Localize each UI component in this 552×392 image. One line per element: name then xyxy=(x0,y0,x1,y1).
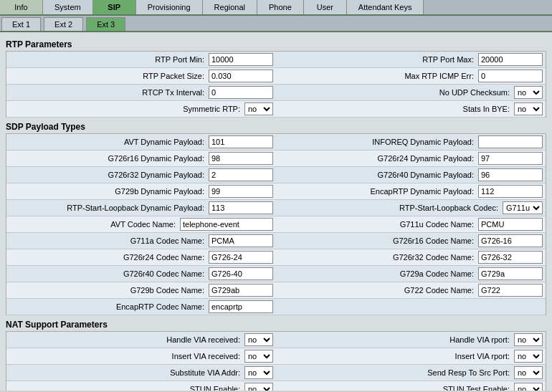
cell-sdp-r1-c1: G726r24 Dynamic Payload: xyxy=(276,150,546,167)
select-rtp-r2-c1[interactable]: noyes xyxy=(514,86,543,99)
input-rtp-r0-c1[interactable] xyxy=(478,53,543,66)
section-title-sdp: SDP Payload Types xyxy=(6,122,546,132)
top-nav-tab-info[interactable]: Info xyxy=(0,0,43,14)
top-nav-tab-user[interactable]: User xyxy=(304,0,347,14)
cell-label: Send Resp To Src Port: xyxy=(279,368,514,377)
cell-sdp-r9-c1: G722 Codec Name: xyxy=(276,282,546,299)
input-sdp-r1-c1[interactable] xyxy=(478,152,543,165)
cell-sdp-r5-c0: AVT Codec Name: xyxy=(6,216,276,233)
cell-nat-r3-c0: STUN Enable:noyes xyxy=(6,381,276,391)
select-sdp-r4-c1[interactable]: G711uG711aG726G729 xyxy=(503,201,543,214)
cell-label: G711a Codec Name: xyxy=(9,236,209,245)
select-nat-r2-c0[interactable]: noyes xyxy=(244,366,273,379)
cell-label: G726r16 Codec Name: xyxy=(279,236,478,245)
main-content: RTP ParametersRTP Port Min:RTP Port Max:… xyxy=(0,32,552,391)
cell-label: Substitute VIA Addr: xyxy=(9,368,244,377)
cell-sdp-r9-c0: G729b Codec Name: xyxy=(6,282,276,299)
cell-label: RTP Port Max: xyxy=(279,55,478,64)
cell-sdp-r7-c0: G726r24 Codec Name: xyxy=(6,249,276,266)
input-sdp-r0-c1[interactable] xyxy=(478,135,543,148)
input-sdp-r2-c1[interactable] xyxy=(478,168,543,181)
ext-nav-tab-ext-1[interactable]: Ext 1 xyxy=(1,17,41,31)
cell-label: RTP Port Min: xyxy=(9,55,209,64)
input-sdp-r4-c0[interactable] xyxy=(209,201,273,214)
cell-label: Handle VIA received: xyxy=(9,335,244,344)
cell-sdp-r3-c1: EncapRTP Dynamic Payload: xyxy=(276,183,546,200)
cell-nat-r1-c0: Insert VIA received:noyes xyxy=(6,348,276,365)
input-sdp-r0-c0[interactable] xyxy=(209,135,273,148)
select-nat-r0-c1[interactable]: noyes xyxy=(514,333,543,346)
input-rtp-r1-c0[interactable] xyxy=(209,70,273,82)
input-sdp-r6-c0[interactable] xyxy=(209,234,273,247)
cell-label: G726r32 Dynamic Payload: xyxy=(9,171,209,179)
ext-nav-tab-ext-2[interactable]: Ext 2 xyxy=(44,17,83,31)
cell-rtp-r2-c1: No UDP Checksum:noyes xyxy=(276,85,546,101)
cell-label: G729b Dynamic Payload: xyxy=(9,187,209,196)
cell-label: Symmetric RTP: xyxy=(9,105,244,113)
cell-sdp-r8-c1: G729a Codec Name: xyxy=(276,266,546,282)
input-sdp-r6-c1[interactable] xyxy=(478,234,543,247)
cell-label: AVT Codec Name: xyxy=(9,220,180,229)
cell-sdp-r10-c0: EncapRTP Codec Name: xyxy=(6,299,276,315)
cell-label: Insert VIA received: xyxy=(9,352,244,360)
input-rtp-r0-c0[interactable] xyxy=(209,53,273,66)
input-sdp-r8-c0[interactable] xyxy=(209,267,273,280)
cell-sdp-r3-c0: G729b Dynamic Payload: xyxy=(6,183,276,200)
input-sdp-r8-c1[interactable] xyxy=(478,267,543,280)
cell-label: INFOREQ Dynamic Payload: xyxy=(279,138,478,146)
top-nav-tab-system[interactable]: System xyxy=(43,0,93,14)
cell-rtp-r0-c0: RTP Port Min: xyxy=(6,52,276,68)
top-nav-tab-attendant-keys[interactable]: Attendant Keys xyxy=(347,0,424,14)
cell-label: G726r40 Codec Name: xyxy=(9,269,209,278)
cell-nat-r2-c1: Send Resp To Src Port:noyes xyxy=(276,365,546,381)
select-nat-r2-c1[interactable]: noyes xyxy=(514,366,543,379)
cell-label: EncapRTP Dynamic Payload: xyxy=(279,187,478,196)
section-grid-rtp: RTP Port Min:RTP Port Max:RTP Packet Siz… xyxy=(6,51,546,118)
select-nat-r1-c0[interactable]: noyes xyxy=(244,350,273,363)
input-sdp-r9-c0[interactable] xyxy=(209,284,273,297)
top-nav-tab-provisioning[interactable]: Provisioning xyxy=(136,0,203,14)
select-nat-r3-c0[interactable]: noyes xyxy=(244,383,273,391)
input-sdp-r3-c0[interactable] xyxy=(209,185,273,198)
input-rtp-r2-c0[interactable] xyxy=(209,86,273,99)
cell-label: RTCP Tx Interval: xyxy=(9,88,209,97)
cell-rtp-r3-c1: Stats In BYE:noyes xyxy=(276,101,546,118)
cell-rtp-r1-c1: Max RTP ICMP Err: xyxy=(276,68,546,85)
top-nav-tab-sip[interactable]: SIP xyxy=(93,0,136,14)
cell-sdp-r0-c0: AVT Dynamic Payload: xyxy=(6,134,276,150)
select-rtp-r3-c1[interactable]: noyes xyxy=(514,102,543,115)
cell-sdp-r2-c0: G726r32 Dynamic Payload: xyxy=(6,167,276,183)
cell-rtp-r2-c0: RTCP Tx Interval: xyxy=(6,85,276,101)
cell-label: RTP-Start-Loopback Dynamic Payload: xyxy=(9,204,209,212)
cell-label: G726r24 Codec Name: xyxy=(9,253,209,262)
input-rtp-r1-c1[interactable] xyxy=(478,70,543,82)
cell-rtp-r3-c0: Symmetric RTP:noyes xyxy=(6,101,276,118)
select-nat-r1-c1[interactable]: noyes xyxy=(514,350,543,363)
input-sdp-r2-c0[interactable] xyxy=(209,168,273,181)
cell-sdp-r6-c1: G726r16 Codec Name: xyxy=(276,233,546,249)
cell-nat-r2-c0: Substitute VIA Addr:noyes xyxy=(6,365,276,381)
section-grid-sdp: AVT Dynamic Payload:INFOREQ Dynamic Payl… xyxy=(6,133,546,315)
input-sdp-r1-c0[interactable] xyxy=(209,152,273,165)
top-nav-tab-regional[interactable]: Regional xyxy=(203,0,257,14)
section-title-nat: NAT Support Parameters xyxy=(6,320,546,330)
input-sdp-r10-c0[interactable] xyxy=(209,300,273,313)
input-sdp-r9-c1[interactable] xyxy=(478,284,543,297)
cell-sdp-r4-c0: RTP-Start-Loopback Dynamic Payload: xyxy=(6,200,276,216)
select-nat-r0-c0[interactable]: noyes xyxy=(244,333,273,346)
cell-sdp-r6-c0: G711a Codec Name: xyxy=(6,233,276,249)
select-nat-r3-c1[interactable]: noyes xyxy=(514,383,543,391)
input-sdp-r5-c1[interactable] xyxy=(478,218,543,231)
ext-nav-tab-ext-3[interactable]: Ext 3 xyxy=(86,17,125,31)
cell-label: G729b Codec Name: xyxy=(9,286,209,295)
input-sdp-r3-c1[interactable] xyxy=(478,185,543,198)
cell-rtp-r1-c0: RTP Packet Size: xyxy=(6,68,276,85)
top-nav: InfoSystemSIPProvisioningRegionalPhoneUs… xyxy=(0,0,552,16)
top-nav-tab-phone[interactable]: Phone xyxy=(257,0,304,14)
input-sdp-r5-c0[interactable] xyxy=(180,218,273,231)
cell-nat-r1-c1: Insert VIA rport:noyes xyxy=(276,348,546,365)
cell-sdp-r4-c1: RTP-Start-Loopback Codec:G711uG711aG726G… xyxy=(276,200,546,216)
input-sdp-r7-c1[interactable] xyxy=(478,251,543,264)
select-rtp-r3-c0[interactable]: noyes xyxy=(244,102,273,115)
input-sdp-r7-c0[interactable] xyxy=(209,251,273,264)
